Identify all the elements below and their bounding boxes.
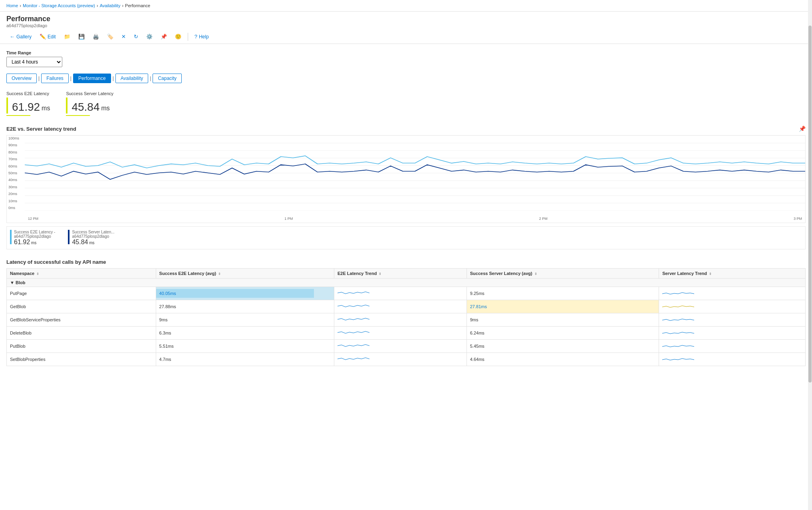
pin-button[interactable]: 📌	[157, 32, 170, 41]
table-row: PutBlob5.51ms 5.45ms	[7, 340, 806, 353]
breadcrumb-current: Performance	[125, 3, 150, 8]
help-icon: ?	[195, 34, 197, 40]
breadcrumb-monitor[interactable]: Monitor - Storage Accounts (preview)	[23, 3, 95, 8]
metrics-row: Success E2E Latency 61.92 ms Success Ser…	[6, 91, 806, 116]
e2e-underline	[6, 115, 30, 116]
cell-namespace: SetBlobProperties	[7, 353, 156, 366]
legend-item-e2e: Success E2E Latency - a64d775plosp2dlago…	[10, 230, 55, 246]
data-table: Namespace ⇕ Success E2E Latency (avg) ⇕ …	[6, 268, 806, 366]
time-range-section: Time Range Last 4 hours Last hour Last 1…	[6, 50, 806, 67]
time-range-select[interactable]: Last 4 hours Last hour Last 12 hours Las…	[6, 57, 62, 67]
help-button[interactable]: ? Help	[191, 32, 212, 41]
table-row: GetBlobServiceProperties9ms 9ms	[7, 313, 806, 327]
sort-icon-server-trend: ⇕	[709, 272, 712, 276]
server-latency-bar	[66, 98, 68, 114]
y-label-80: 80ms	[8, 150, 23, 154]
col-e2e-avg[interactable]: Success E2E Latency (avg) ⇕	[156, 269, 334, 279]
server-latency-card: Success Server Latency 45.84 ms	[66, 91, 113, 116]
table-title: Latency of successful calls by API name	[6, 259, 806, 265]
breadcrumb: Home › Monitor - Storage Accounts (previ…	[0, 0, 812, 12]
main-content: Time Range Last 4 hours Last hour Last 1…	[0, 44, 812, 510]
cell-server-trend	[659, 327, 806, 340]
edit-button[interactable]: ✏️ Edit	[36, 32, 59, 41]
toolbar: ← Gallery ✏️ Edit 📁 💾 🖨️ 🏷️ ✕ ↻ ⚙️ 📌 🙂 ?…	[0, 30, 812, 44]
breadcrumb-home[interactable]: Home	[6, 3, 18, 8]
cell-e2e-trend	[334, 353, 467, 366]
cell-namespace: PutPage	[7, 287, 156, 300]
cell-e2e-avg: 5.51ms	[156, 340, 334, 353]
edit-icon: ✏️	[40, 34, 46, 40]
gallery-button[interactable]: ← Gallery	[6, 32, 35, 41]
close-button[interactable]: ✕	[118, 32, 129, 41]
server-legend-label: Success Server Laten...	[72, 230, 114, 234]
y-label-90: 90ms	[8, 143, 23, 147]
e2e-legend-label: Success E2E Latency -	[14, 230, 55, 234]
table-header-row: Namespace ⇕ Success E2E Latency (avg) ⇕ …	[7, 269, 806, 279]
cell-e2e-trend	[334, 287, 467, 300]
page-header: Performance a64d775plosp2dlago	[0, 12, 812, 30]
e2e-latency-value: 61.92	[12, 101, 40, 114]
tab-failures[interactable]: Failures	[41, 74, 69, 83]
col-e2e-trend[interactable]: E2E Latency Trend ⇕	[334, 269, 467, 279]
gallery-icon: ←	[10, 34, 15, 40]
breadcrumb-availability[interactable]: Availability	[100, 3, 121, 8]
cell-e2e-avg: 9ms	[156, 313, 334, 327]
cell-namespace: DeleteBlob	[7, 327, 156, 340]
table-section: Latency of successful calls by API name …	[6, 259, 806, 366]
cell-server-trend	[659, 300, 806, 313]
scrollbar-thumb[interactable]	[808, 26, 812, 382]
y-label-0: 0ms	[8, 206, 23, 210]
y-label-40: 40ms	[8, 178, 23, 182]
folder-button[interactable]: 📁	[61, 32, 73, 41]
server-line	[25, 164, 805, 179]
time-range-label: Time Range	[6, 50, 806, 55]
e2e-latency-bar	[6, 98, 8, 114]
cell-e2e-trend	[334, 313, 467, 327]
save-button[interactable]: 💾	[75, 32, 88, 41]
y-label-50: 50ms	[8, 171, 23, 175]
chart-svg-area	[25, 135, 805, 211]
cell-e2e-trend	[334, 327, 467, 340]
chart-pin-icon[interactable]: 📌	[799, 126, 806, 132]
sort-icon-e2e: ⇕	[218, 272, 221, 276]
cell-namespace: GetBlobServiceProperties	[7, 313, 156, 327]
x-label-12pm: 12 PM	[28, 217, 38, 221]
copy-button[interactable]: 🖨️	[89, 32, 102, 41]
settings-button[interactable]: ⚙️	[143, 32, 156, 41]
x-label-1pm: 1 PM	[284, 217, 293, 221]
pin-icon: 📌	[161, 34, 167, 40]
col-server-trend[interactable]: Server Latency Trend ⇕	[659, 269, 806, 279]
copy-icon: 🖨️	[93, 34, 99, 40]
tab-availability[interactable]: Availability	[115, 74, 148, 83]
e2e-legend-bar	[10, 230, 12, 244]
tab-overview[interactable]: Overview	[6, 74, 37, 83]
server-legend-sublabel: a64d775plosp2dlago	[72, 234, 114, 239]
col-server-avg[interactable]: Success Server Latency (avg) ⇕	[467, 269, 659, 279]
tab-capacity[interactable]: Capacity	[153, 74, 182, 83]
cell-server-trend	[659, 353, 806, 366]
server-latency-value: 45.84	[71, 101, 99, 114]
refresh-button[interactable]: ↻	[131, 32, 141, 41]
sort-icon-namespace: ⇕	[36, 272, 39, 276]
cell-server-trend	[659, 287, 806, 300]
cell-namespace: PutBlob	[7, 340, 156, 353]
y-label-10: 10ms	[8, 199, 23, 203]
y-label-70: 70ms	[8, 157, 23, 161]
emoji-button[interactable]: 🙂	[172, 32, 185, 41]
chart-x-axis: 12 PM 1 PM 2 PM 3 PM	[25, 215, 805, 223]
cell-server-avg: 6.24ms	[467, 327, 659, 340]
tag-button[interactable]: 🏷️	[104, 32, 117, 41]
table-row: DeleteBlob6.3ms 6.24ms	[7, 327, 806, 340]
group-row-blob: ▼ Blob	[7, 279, 806, 287]
server-latency-label: Success Server Latency	[66, 91, 113, 96]
table-row: PutPage 40.05ms 9.25ms	[7, 287, 806, 300]
y-label-30: 30ms	[8, 185, 23, 189]
server-latency-unit: ms	[101, 105, 109, 112]
x-label-2pm: 2 PM	[539, 217, 548, 221]
legend-item-server: Success Server Laten... a64d775plosp2dla…	[68, 230, 114, 246]
tab-performance[interactable]: Performance	[73, 74, 111, 83]
col-namespace[interactable]: Namespace ⇕	[7, 269, 156, 279]
cell-server-avg: 4.64ms	[467, 353, 659, 366]
y-label-20: 20ms	[8, 192, 23, 196]
scrollbar[interactable]	[808, 0, 812, 510]
